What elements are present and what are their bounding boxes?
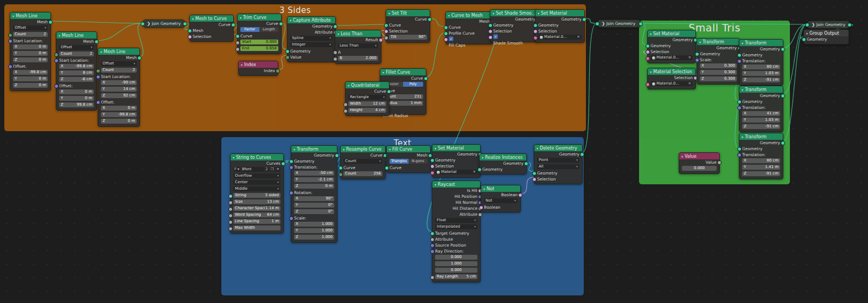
output-socket[interactable]	[639, 22, 643, 26]
input-socket[interactable]	[430, 164, 435, 169]
output-socket[interactable]	[387, 89, 391, 94]
node-quadrilateral[interactable]: ▾QuadrilateralCurveRectangle▾Width12 cmH…	[345, 81, 390, 116]
close-icon[interactable]: ✕	[688, 81, 691, 86]
node-header[interactable]: ▾Transform	[739, 86, 783, 93]
vector-field[interactable]: Z-91 cm	[742, 78, 780, 82]
output-socket[interactable]	[847, 23, 852, 27]
input-socket[interactable]	[289, 159, 293, 164]
vector-field[interactable]: Z1.000	[294, 235, 334, 240]
node-header[interactable]: ▾Transform	[739, 133, 783, 140]
node-header[interactable]: ▾Transform	[291, 146, 337, 152]
input-socket[interactable]	[430, 243, 435, 248]
vector-field[interactable]: Y1.03 m	[742, 118, 780, 123]
dropdown[interactable]: Center▾	[233, 180, 280, 185]
close-icon[interactable]: ✕	[276, 167, 280, 172]
node-material-selection[interactable]: ▾Material SelectionSelectionMaterial.0..…	[647, 68, 696, 89]
slider-field[interactable]: Start0.000	[240, 40, 278, 44]
dropdown[interactable]: Float▾	[435, 218, 477, 223]
node-capture-attribute[interactable]: ▾Capture AttributeGeometryAttributeSplin…	[287, 16, 336, 62]
input-socket[interactable]	[737, 147, 742, 151]
input-socket[interactable]	[96, 69, 100, 73]
segment-option[interactable]: N-gons	[409, 159, 427, 164]
vector-field[interactable]: X0 m	[101, 106, 137, 111]
value-field[interactable]: 1.000	[435, 261, 477, 266]
node-trim-curve[interactable]: ▾Trim CurveCurveFactorLengthCurveStart0.…	[237, 14, 282, 54]
input-socket[interactable]	[646, 82, 650, 87]
input-socket[interactable]	[488, 35, 493, 40]
node-mesh-line-1[interactable]: ▾Mesh LineMeshOffset▾Count2Start Locatio…	[10, 12, 51, 91]
input-socket[interactable]	[805, 23, 809, 27]
vector-field[interactable]: Z0.300	[700, 76, 737, 81]
input-socket[interactable]	[444, 25, 448, 30]
dropdown[interactable]: Less Than▾	[338, 43, 378, 48]
checkbox[interactable]: ✓	[449, 36, 454, 41]
material-field[interactable]: Material✕	[435, 170, 477, 175]
input-socket[interactable]	[488, 23, 493, 28]
dropdown[interactable]: Middle▾	[233, 186, 280, 191]
node-header[interactable]: ▾Mesh Line	[10, 12, 50, 19]
output-socket[interactable]	[279, 22, 283, 26]
node-header[interactable]: ▾Fill Curve	[387, 146, 430, 152]
number-field[interactable]: B2.000	[338, 56, 378, 61]
output-socket[interactable]	[183, 22, 187, 26]
node-header[interactable]: ▾Less Than	[335, 30, 381, 37]
node-header[interactable]: ▾Trim Curve	[238, 14, 281, 21]
vector-field[interactable]: X0 m	[13, 44, 48, 49]
node-mesh-to-curve[interactable]: ▾Mesh to CurveCurveMeshSelection	[189, 15, 234, 42]
vector-field[interactable]: Y-99.8 cm	[101, 112, 137, 117]
output-socket[interactable]	[524, 162, 528, 166]
node-transform-3[interactable]: ▾TransformGeometryGeometryTranslation:X4…	[739, 86, 783, 132]
input-socket[interactable]	[595, 22, 599, 26]
node-mesh-line-3[interactable]: ▾Mesh LineMeshOffset▾Count2Start Locatio…	[98, 48, 140, 127]
input-socket[interactable]	[488, 29, 493, 34]
output-socket[interactable]	[781, 94, 785, 98]
output-socket[interactable]	[580, 152, 584, 157]
vector-field[interactable]: Z0 m	[294, 184, 334, 189]
output-socket[interactable]	[48, 20, 53, 24]
number-field[interactable]: Count2	[59, 51, 94, 56]
output-socket[interactable]	[717, 160, 722, 165]
dropdown[interactable]: All▾	[537, 164, 579, 169]
value-field[interactable]: 0.000	[435, 255, 477, 260]
node-header[interactable]: ▾Transform	[697, 38, 739, 45]
number-field[interactable]: Count2	[101, 68, 137, 73]
input-socket[interactable]	[532, 177, 537, 182]
input-socket[interactable]	[228, 194, 233, 198]
value-field[interactable]: 0.000	[435, 268, 477, 273]
close-icon[interactable]: ✕	[577, 35, 580, 40]
vector-field[interactable]: Y8 cm	[59, 70, 94, 75]
input-socket[interactable]	[289, 216, 293, 221]
input-socket[interactable]	[384, 29, 388, 34]
output-socket[interactable]	[424, 76, 428, 81]
input-socket[interactable]	[532, 171, 537, 176]
vector-field[interactable]: Z99.8 cm	[59, 102, 94, 107]
node-header[interactable]: ▾Raycast	[432, 181, 480, 188]
node-header[interactable]: ▾Material Selection	[648, 68, 695, 75]
node-set-shade-smooth[interactable]: ▾Set Shade SmoothGeometryGeometrySelecti…	[490, 9, 539, 42]
dropdown[interactable]: Offset▾	[13, 25, 48, 30]
node-group-output[interactable]: ▾Group OutputGeometry	[803, 29, 849, 44]
input-socket[interactable]	[802, 37, 806, 42]
vector-field[interactable]: Z0 m	[13, 57, 48, 62]
node-join-geometry-1[interactable]: ❯ Join Geometry	[142, 20, 186, 28]
vector-field[interactable]: Z0 m	[13, 83, 48, 88]
input-socket[interactable]	[646, 56, 650, 61]
font-type-button[interactable]: F ▾	[233, 167, 240, 172]
input-socket[interactable]	[8, 39, 12, 43]
input-socket[interactable]	[54, 53, 59, 57]
input-socket[interactable]	[333, 50, 337, 55]
input-socket[interactable]	[646, 50, 650, 54]
input-socket[interactable]	[96, 100, 100, 105]
input-socket[interactable]	[235, 41, 240, 45]
node-resample-curve[interactable]: ▾Resample CurveCurveCount▾CurveCount256	[340, 145, 386, 179]
node-header[interactable]: ▾Set Material	[648, 30, 695, 37]
input-socket[interactable]	[285, 55, 290, 60]
input-socket[interactable]	[228, 227, 233, 231]
number-field[interactable]: Count2	[13, 32, 48, 37]
input-socket[interactable]	[235, 47, 240, 51]
input-socket[interactable]	[96, 75, 100, 79]
input-socket[interactable]	[430, 231, 435, 236]
number-field[interactable]: Width12 cm	[348, 101, 386, 106]
dropdown[interactable]: Rectangle▾	[348, 95, 386, 100]
node-set-tilt[interactable]: ▾Set TiltCurveCurveSelectionTilt90°	[386, 9, 430, 43]
